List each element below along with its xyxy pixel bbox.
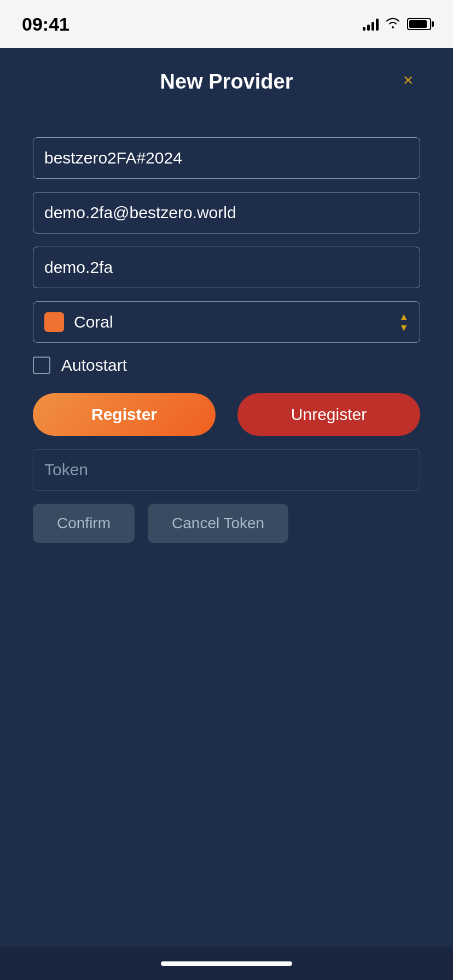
status-icons <box>363 16 431 32</box>
provider-name-input[interactable] <box>33 137 420 179</box>
unregister-button[interactable]: Unregister <box>237 393 420 436</box>
confirm-button[interactable]: Confirm <box>33 504 135 543</box>
signal-icon <box>363 18 379 31</box>
home-bar <box>161 961 292 966</box>
username-input[interactable] <box>33 247 420 288</box>
close-button[interactable]: × <box>396 68 420 92</box>
cancel-token-button[interactable]: Cancel Token <box>148 504 288 543</box>
token-buttons-row: Confirm Cancel Token <box>33 504 420 543</box>
battery-icon <box>407 18 431 30</box>
main-content: New Provider × Coral ▲ ▼ Autostart R <box>0 48 453 947</box>
register-button[interactable]: Register <box>33 393 216 436</box>
token-input[interactable] <box>33 449 420 491</box>
color-selector[interactable]: Coral ▲ ▼ <box>33 301 420 343</box>
close-icon: × <box>403 70 414 90</box>
color-label: Coral <box>74 313 389 331</box>
select-arrows-icon: ▲ ▼ <box>399 312 409 332</box>
page-title: New Provider <box>160 70 293 94</box>
home-indicator <box>0 947 453 980</box>
page-header: New Provider × <box>33 48 420 104</box>
status-bar: 09:41 <box>0 0 453 48</box>
wifi-icon <box>385 16 400 32</box>
register-buttons-row: Register Unregister <box>33 393 420 436</box>
status-time: 09:41 <box>22 14 69 35</box>
email-input[interactable] <box>33 192 420 234</box>
autostart-label: Autostart <box>61 356 127 375</box>
autostart-checkbox[interactable] <box>33 357 50 374</box>
autostart-row: Autostart <box>33 356 420 375</box>
color-swatch <box>44 312 64 332</box>
form-container: Coral ▲ ▼ Autostart Register Unregister … <box>33 137 420 543</box>
